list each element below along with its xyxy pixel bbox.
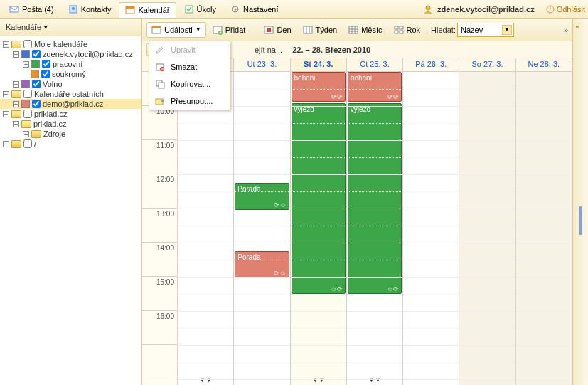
more-events-icon[interactable]: ▼▼ xyxy=(368,376,381,384)
day-head-sat[interactable]: So 27. 3. xyxy=(459,58,515,71)
day-col-mon[interactable]: ▼▼ xyxy=(178,72,234,385)
day-col-sun[interactable] xyxy=(516,72,572,385)
more-events-icon[interactable]: ▼▼ xyxy=(199,376,212,384)
time-column: 10:00 11:00 12:00 13:00 14:00 15:00 16:0… xyxy=(142,72,178,385)
svg-rect-17 xyxy=(304,26,312,33)
checkbox[interactable] xyxy=(23,139,32,148)
logout-link[interactable]: Odhlásit xyxy=(546,5,585,14)
event-vyjezd[interactable]: výjezd ☺⟳ xyxy=(348,103,402,294)
svg-rect-27 xyxy=(395,31,398,33)
checkbox[interactable] xyxy=(32,50,41,58)
tree-free-calendar[interactable]: + Volno xyxy=(0,79,141,89)
calendar-toolbar: Události ▼ Přidat Den Týden xyxy=(142,19,572,41)
more-events-icon[interactable]: ▼▼ xyxy=(312,376,325,384)
event-behani[interactable]: behani ⟳⟳ xyxy=(292,72,346,102)
checkbox[interactable] xyxy=(41,70,50,78)
checkbox[interactable] xyxy=(42,60,50,68)
sidebar-header[interactable]: Kalendáře ▼ xyxy=(0,19,141,36)
expand-panel-button[interactable]: « xyxy=(576,23,586,36)
event-porada[interactable]: Porada ⟳☺ xyxy=(235,251,289,278)
expand-toggle[interactable]: + xyxy=(13,81,19,88)
folder-icon xyxy=(11,90,21,98)
checkbox[interactable] xyxy=(32,100,41,108)
checkbox[interactable] xyxy=(23,110,32,118)
week-view-button[interactable]: Týden xyxy=(298,22,343,38)
tab-calendar[interactable]: Kalendář xyxy=(119,2,176,18)
expand-toggle[interactable]: + xyxy=(3,141,9,147)
event-behani[interactable]: behani ⟳⟳ xyxy=(348,72,402,102)
day-col-wed[interactable]: behani ⟳⟳ výjezd ☺⟳ ▼▼ xyxy=(291,72,347,385)
user-email: zdenek.vytocil@priklad.cz xyxy=(437,5,535,14)
event-porada[interactable]: Porada ⟳☺ xyxy=(235,183,289,210)
tab-label: Kontakty xyxy=(81,5,112,14)
day-col-fri[interactable] xyxy=(403,72,459,385)
tree-user-calendar[interactable]: − zdenek.vytocil@priklad.cz xyxy=(0,49,141,59)
collapse-toggle[interactable]: − xyxy=(3,111,9,117)
month-view-button[interactable]: Měsíc xyxy=(343,22,387,38)
folder-icon xyxy=(11,140,21,148)
event-vyjezd[interactable]: výjezd ☺⟳ xyxy=(292,103,346,294)
search-field-select[interactable]: Název ▼ xyxy=(457,23,514,37)
svg-point-8 xyxy=(426,6,430,10)
svg-rect-12 xyxy=(152,26,161,28)
day-head-thu[interactable]: Čt 25. 3. xyxy=(347,58,403,71)
year-view-button[interactable]: Rok xyxy=(389,22,426,38)
day-view-button[interactable]: Den xyxy=(259,22,296,38)
tree-work-calendar[interactable]: + pracovní xyxy=(0,59,141,69)
day-col-sat[interactable] xyxy=(459,72,515,385)
tree-demo-calendar[interactable]: + demo@priklad.cz xyxy=(0,99,141,109)
power-icon xyxy=(546,5,555,14)
tree-others-calendars[interactable]: − Kalendáře ostatních xyxy=(0,89,141,99)
checkbox[interactable] xyxy=(23,90,32,98)
collapse-toggle[interactable]: − xyxy=(13,51,19,58)
recur-icon: ⟳☺ xyxy=(274,270,286,277)
day-head-tue[interactable]: Út 23. 3. xyxy=(234,58,290,71)
more-icon[interactable]: » xyxy=(564,26,568,34)
edit-icon xyxy=(155,45,165,55)
tab-mail[interactable]: Pošta (4) xyxy=(3,1,60,17)
tree-resources[interactable]: + Zdroje xyxy=(0,129,141,139)
day-head-wed[interactable]: St 24. 3. xyxy=(291,58,347,71)
tab-settings[interactable]: Nastavení xyxy=(224,1,285,17)
day-col-thu[interactable]: behani ⟳⟳ výjezd ☺⟳ ▼▼ xyxy=(347,72,403,385)
collapse-toggle[interactable]: − xyxy=(3,41,9,48)
svg-rect-33 xyxy=(159,83,164,88)
menu-copy[interactable]: Kopírovat... xyxy=(149,75,230,93)
collapse-toggle[interactable]: − xyxy=(3,91,9,97)
drag-handle[interactable] xyxy=(579,206,582,235)
events-dropdown-button[interactable]: Události ▼ xyxy=(146,22,206,38)
tab-tasks[interactable]: Úkoly xyxy=(178,1,223,17)
expand-toggle[interactable]: + xyxy=(23,61,29,68)
tree-private-calendar[interactable]: soukromý xyxy=(0,69,141,79)
menu-delete[interactable]: Smazat xyxy=(149,58,230,75)
week-icon xyxy=(303,25,313,35)
day-col-tue[interactable]: Porada ⟳☺ Porada ⟳☺ xyxy=(234,72,290,385)
tab-contacts[interactable]: Kontakty xyxy=(62,1,118,17)
user-info: zdenek.vytocil@priklad.cz Odhlásit xyxy=(423,4,585,14)
collapse-toggle[interactable]: − xyxy=(13,121,19,127)
search-label: Hledat: xyxy=(431,26,456,34)
calendar-icon xyxy=(151,25,161,35)
move-icon xyxy=(155,96,165,106)
checkbox[interactable] xyxy=(32,80,41,88)
menu-move[interactable]: Přesunout... xyxy=(149,93,230,110)
tree-domain-sub[interactable]: − priklad.cz xyxy=(0,119,141,129)
day-head-sun[interactable]: Ne 28. 3. xyxy=(516,58,572,71)
sidebar: Kalendáře ▼ − Moje kalendáře − zdenek.vy… xyxy=(0,19,142,385)
color-swatch xyxy=(21,100,30,108)
checkbox[interactable] xyxy=(23,40,32,48)
expand-toggle[interactable]: + xyxy=(23,131,29,137)
tab-label: Kalendář xyxy=(138,6,169,14)
chevron-down-icon: ▼ xyxy=(196,26,201,33)
add-button[interactable]: Přidat xyxy=(208,22,251,38)
color-swatch xyxy=(31,70,39,78)
calendar-icon xyxy=(125,5,135,15)
goto-partial-label: ejít na... xyxy=(255,46,282,54)
year-icon xyxy=(394,25,404,35)
tree-domain[interactable]: − priklad.cz xyxy=(0,109,141,119)
tree-root[interactable]: + / xyxy=(0,139,141,149)
day-head-fri[interactable]: Pá 26. 3. xyxy=(403,58,459,71)
expand-toggle[interactable]: + xyxy=(13,101,19,107)
svg-rect-28 xyxy=(400,31,403,33)
tree-my-calendars[interactable]: − Moje kalendáře xyxy=(0,39,141,49)
